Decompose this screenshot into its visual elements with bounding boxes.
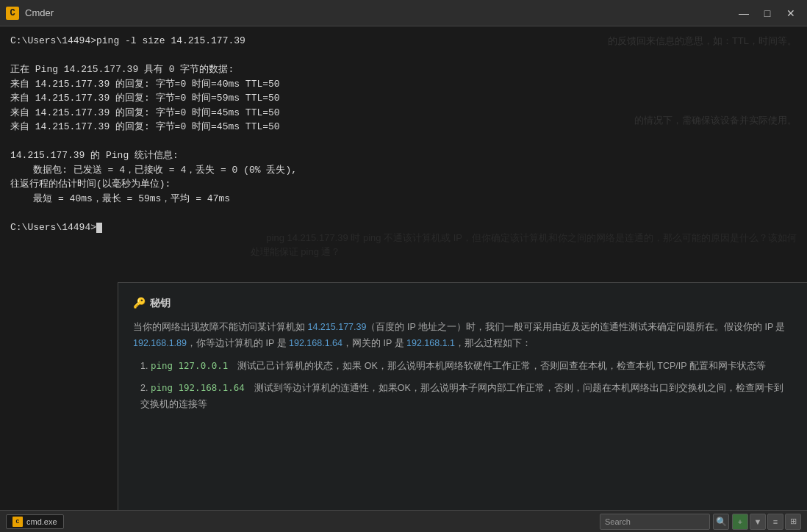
taskbar-search-area: Search 🔍 + ▼ ≡ ⊞ (600, 514, 801, 530)
close-button[interactable]: ✕ (781, 5, 801, 21)
overlay-section-title: 🔑 秘钥 (133, 295, 792, 312)
section-title-text: 秘钥 (150, 295, 171, 312)
terminal-line: 最短 = 40ms，最长 = 59ms，平均 = 47ms (10, 192, 797, 206)
search-placeholder: Search (605, 517, 705, 526)
terminal-line: 数据包: 已发送 = 4，已接收 = 4，丢失 = 0 (0% 丢失), (10, 163, 797, 178)
settings-button[interactable]: ≡ (767, 514, 783, 530)
code-1: ping 127.0.0.1 (151, 360, 228, 371)
ip-highlight-3: 192.168.1.64 (289, 338, 342, 348)
overlay-paragraph: 当你的网络出现故障不能访问某计算机如 14.215.177.39（百度的 IP … (133, 320, 792, 352)
ip-highlight-2: 192.168.1.89 (133, 338, 187, 348)
terminal-line: 正在 Ping 14.215.177.39 具有 0 字节的数据: (10, 62, 797, 77)
key-icon: 🔑 (133, 295, 146, 312)
dropdown-button[interactable]: ▼ (750, 514, 766, 530)
window-controls: — □ ✕ (734, 5, 801, 21)
terminal-line: 来自 14.215.177.39 的回复: 字节=0 时间=45ms TTL=5… (10, 120, 797, 134)
title-bar: C Cmder — □ ✕ (0, 0, 807, 26)
search-box[interactable]: Search (600, 514, 710, 530)
terminal-line: 来自 14.215.177.39 的回复: 字节=0 时间=45ms TTL=5… (10, 106, 797, 121)
taskbar: C cmd.exe Search 🔍 + ▼ ≡ ⊞ (0, 510, 807, 532)
taskbar-app[interactable]: C cmd.exe (6, 514, 64, 529)
terminal-line: C:\Users\14494>ping -l size 14.215.177.3… (10, 34, 797, 48)
list-item-2: 2. ping 192.168.1.64 测试到等边计算机的连通性，如果OK，那… (133, 380, 792, 413)
window-title: Cmder (25, 7, 54, 18)
extra-label-text: ⊞ (790, 517, 797, 526)
search-button[interactable]: 🔍 (713, 514, 729, 530)
taskbar-app-icon: C (12, 517, 23, 527)
terminal-line: 往返行程的估计时间(以毫秒为单位): (10, 177, 797, 192)
maximize-button[interactable]: □ (757, 5, 778, 21)
terminal-line: 来自 14.215.177.39 的回复: 字节=0 时间=40ms TTL=5… (10, 77, 797, 92)
terminal-line (10, 206, 797, 220)
taskbar-app-label: cmd.exe (26, 517, 57, 526)
terminal-line: 14.215.177.39 的 Ping 统计信息: (10, 148, 797, 163)
cursor (96, 223, 102, 233)
add-tab-button[interactable]: + (732, 514, 748, 530)
extra-button[interactable]: ⊞ (785, 514, 801, 530)
terminal-area: 的反馈回来信息的意思，如：TTL，时间等。 的情况下，需确保该设备并实际使用。 … (0, 26, 807, 510)
ip-highlight-4: 192.168.1.1 (406, 338, 455, 348)
terminal-content[interactable]: 的反馈回来信息的意思，如：TTL，时间等。 的情况下，需确保该设备并实际使用。 … (0, 26, 807, 510)
list-item-1: 1. ping 127.0.0.1 测试己己计算机的状态，如果 OK，那么说明本… (133, 358, 792, 375)
title-bar-left: C Cmder (6, 7, 54, 20)
terminal-line (10, 134, 797, 149)
terminal-line: 来自 14.215.177.39 的回复: 字节=0 时间=59ms TTL=5… (10, 91, 797, 106)
taskbar-icons: + ▼ ≡ ⊞ (732, 514, 801, 530)
bg-text-3: ping 14.215.177.39 时 ping 不通该计算机或 IP，但你确… (251, 232, 797, 258)
ip-highlight: 14.215.177.39 (307, 322, 366, 332)
code-2: ping 192.168.1.64 (151, 382, 245, 393)
app-icon: C (6, 7, 19, 20)
terminal-prompt-line[interactable]: C:\Users\14494> (10, 220, 797, 235)
overlay-panel: 🔑 秘钥 当你的网络出现故障不能访问某计算机如 14.215.177.39（百度… (118, 282, 807, 510)
terminal-line (10, 48, 797, 63)
minimize-button[interactable]: — (734, 5, 754, 21)
